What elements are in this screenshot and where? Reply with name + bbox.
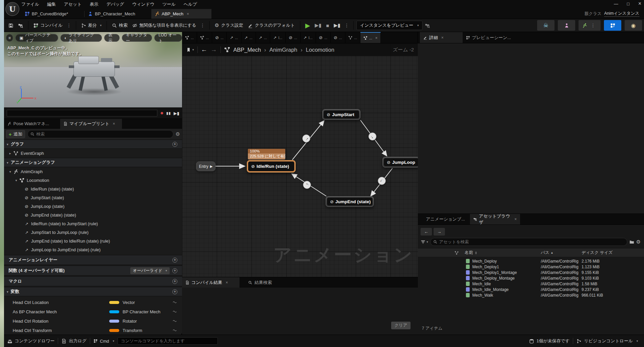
saved-search-icon[interactable] [629, 240, 634, 245]
doc-tab[interactable]: ⊘... [286, 32, 300, 43]
transition-rule-idle-to-jumpstart[interactable]: → [302, 134, 310, 142]
state-node-idle-run[interactable]: ⊘Idle/Run (state) [247, 160, 296, 172]
column-header-size[interactable]: ディスク サイズ [582, 250, 613, 256]
section-anim-layers[interactable]: アニメーションレイヤー+ [4, 255, 182, 265]
clear-button[interactable]: クリア [391, 322, 411, 329]
browse-to-asset-button[interactable] [16, 20, 25, 30]
asset-row[interactable]: Mech_Deploy_Montage/All/Game/ControlRig9… [418, 275, 644, 281]
tree-item-animgraph[interactable]: ▾AnimGraph [4, 167, 182, 176]
add-function-icon[interactable]: + [172, 268, 177, 273]
column-header-path[interactable]: パス▲ [541, 250, 553, 256]
tree-item-state-jumploop[interactable]: ⊘JumpLoop (state) [4, 202, 182, 211]
mode-animation-button[interactable]: ⋮ [579, 20, 601, 31]
tab-animation-blueprint[interactable]: アニメーションブ... [423, 214, 470, 225]
transition-rule-jumploop-to-jumpend[interactable]: → [378, 177, 386, 185]
section-graphs[interactable]: ▾グラフ+ [4, 139, 182, 149]
doc-tab[interactable]: ↗I... [270, 32, 286, 43]
find-button[interactable]: 検索 [110, 20, 130, 30]
entry-node[interactable]: Entry ▶ [196, 161, 215, 171]
variable-row[interactable]: Head Ctrl RotationRotator [4, 316, 182, 326]
state-machine-graph-canvas[interactable]: ▾ ← → ABP_Mech › AnimGraph › Locomotion … [182, 43, 418, 277]
doc-tab-active[interactable]: ...× [360, 32, 381, 43]
menu-window[interactable]: ウィンドウ [132, 1, 155, 7]
transition-rule-jumpend-to-idle[interactable]: → [303, 181, 311, 189]
pose-watch-wave-icon[interactable] [173, 300, 177, 304]
output-log-button[interactable]: 出力ログ [58, 335, 90, 347]
doc-tab[interactable]: ↗I... [301, 32, 316, 43]
asset-row[interactable]: Mech_Idle_Montage/All/Game/ControlRig9.2… [418, 287, 644, 292]
tree-item-rule-idle-to-jumpstart[interactable]: ↗Idle/Run (state) to JumpStart (rule) [4, 220, 182, 228]
add-variable-icon[interactable]: + [172, 289, 177, 294]
timeline-scrubber[interactable] [7, 110, 157, 116]
tree-item-state-idle-run[interactable]: ⊘Idle/Run (state) (state) [4, 185, 182, 193]
entry-output-pin-icon[interactable]: ▶ [210, 164, 213, 168]
revision-column-icon[interactable] [455, 251, 459, 255]
asset-row[interactable]: Mech_Deploy1_Montage/All/Game/ControlRig… [418, 270, 644, 275]
tab-my-blueprint[interactable]: マイブループリント × [60, 119, 122, 129]
doc-tab[interactable]: ↗... [256, 32, 270, 43]
character-dropdown[interactable]: キャラクター [122, 34, 152, 42]
tab-close-icon[interactable]: × [113, 121, 115, 126]
add-graph-icon[interactable]: + [172, 142, 177, 147]
mode-physics-button[interactable]: ◉ [625, 20, 642, 31]
console-command-input[interactable] [118, 337, 218, 345]
minimize-button[interactable]: — [614, 1, 618, 6]
tab-preview-scene[interactable]: プレビューシーン... [463, 32, 519, 43]
add-button[interactable]: + 追加 [6, 130, 25, 138]
doc-tab[interactable]: ⊘... [316, 32, 331, 43]
menu-file[interactable]: ファイル [21, 1, 39, 7]
asset-row[interactable]: Mech_Deploy/All/Game/ControlRig2.176 MiB [418, 258, 644, 264]
play-button[interactable]: ▶ [303, 22, 313, 29]
tree-item-eventgraph[interactable]: ▸EventGraph [4, 149, 182, 157]
tree-item-rule-jumploop-to-jumpend[interactable]: ↗JumpLoop to JumpEnd (state) (rule) [4, 246, 182, 254]
section-macros[interactable]: マクロ+ [4, 276, 182, 286]
menu-view[interactable]: 表示 [90, 1, 98, 7]
tree-item-rule-jumpstart-to-jumploop[interactable]: ↗JumpStart to JumpLoop (rule) [4, 228, 182, 237]
add-macro-icon[interactable]: + [172, 279, 177, 284]
record-button[interactable]: ● [160, 110, 163, 116]
preview-viewport[interactable]: ≡ ▣パースペクティブ ◐ライティングあり 表示 キャラクター LOD オート … [4, 32, 182, 107]
tree-item-locomotion[interactable]: ▾Locomotion [4, 176, 182, 185]
variable-row[interactable]: As BP Character MechBP Character Mech [4, 307, 182, 316]
asset-settings-gear-icon[interactable]: ⚙ [636, 239, 641, 245]
tab-asset-browser[interactable]: アセットブラウザ × [470, 214, 520, 225]
doc-tab[interactable]: ↗... [227, 32, 241, 43]
mode-mesh-button[interactable] [558, 20, 575, 31]
tab-close-icon[interactable]: × [226, 280, 228, 285]
section-anim-graphs[interactable]: ▾アニメーショングラフ [4, 158, 182, 167]
tree-item-state-jumpend[interactable]: ⊘JumpEnd (state) (state) [4, 211, 182, 219]
content-drawer-button[interactable]: コンテンツドロワー [4, 335, 58, 347]
filter-funnel-icon[interactable] [421, 240, 426, 245]
asset-nav-back-button[interactable]: ← [421, 228, 432, 236]
doc-tab[interactable]: ⊘... [212, 32, 227, 43]
unsaved-assets-button[interactable]: 1個が未保存です [526, 335, 573, 347]
perspective-dropdown[interactable]: ▣パースペクティブ [15, 34, 58, 42]
mode-skeleton-button[interactable]: ☠ [537, 20, 554, 31]
asset-row[interactable]: Mech_Idle/All/Game/ControlRig1.58 MiB [418, 281, 644, 287]
section-variables[interactable]: ▾変数+ [4, 287, 182, 296]
tab-abp-mech[interactable]: ABP_Mech × [151, 9, 211, 19]
tab-bp-curvedbridge[interactable]: BP_CurvedBridge* [21, 9, 84, 19]
menu-debug[interactable]: デバッグ [106, 1, 124, 7]
class-defaults-button[interactable]: クラスのデフォルト [246, 20, 297, 30]
asset-row[interactable]: Mech_Deploy1/All/Game/ControlRig1.123 Mi… [418, 264, 644, 270]
pose-watch-wave-icon[interactable] [173, 328, 177, 332]
diff-button[interactable]: 差分▾ [79, 20, 104, 30]
column-header-name[interactable]: 名前 [465, 250, 478, 256]
override-dropdown[interactable]: オーバーライド▾ [130, 267, 170, 274]
menu-help[interactable]: ヘルプ [184, 1, 197, 7]
variable-row[interactable]: Head Ctrl LocationVector [4, 298, 182, 307]
doc-tab[interactable]: ... [182, 32, 197, 43]
state-node-jumploop[interactable]: ⊘JumpLoop [382, 157, 418, 167]
menu-asset[interactable]: アセット [64, 1, 82, 7]
eject-button[interactable]: ▶▮ [331, 22, 343, 28]
tab-close-icon[interactable]: × [187, 12, 189, 16]
doc-tab[interactable]: ... [197, 32, 212, 43]
pause-button[interactable]: ▮▮ [166, 111, 171, 115]
compile-options-kebab-icon[interactable]: ⋮ [65, 23, 73, 28]
menu-edit[interactable]: 編集 [47, 1, 56, 7]
maximize-button[interactable]: □ [627, 1, 630, 6]
tab-details[interactable]: 詳細 × [420, 32, 463, 43]
asset-row[interactable]: Mech_Walk/All/Game/ControlRig966.011 KiB [418, 292, 644, 298]
tab-close-icon[interactable]: × [441, 35, 444, 40]
